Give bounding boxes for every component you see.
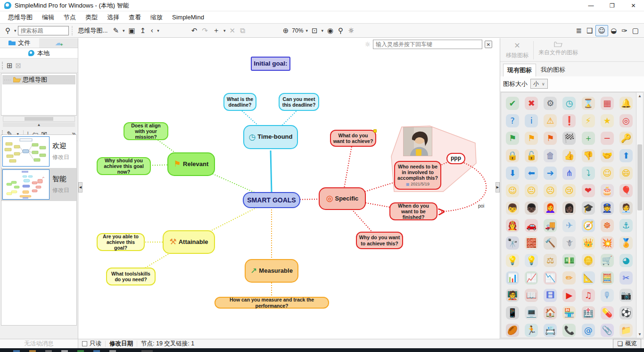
thumbs-up-icon[interactable]: 👍 [560, 147, 578, 164]
scrollbar-thumb[interactable] [637, 144, 642, 210]
fit-screen-icon[interactable]: ⊡ [309, 25, 320, 36]
zoom-dropdown-caret[interactable]: ▾ [304, 28, 309, 33]
calculator-icon[interactable]: 🧮 [598, 269, 617, 286]
boy-face-dark-icon[interactable]: 👦🏿 [522, 199, 541, 217]
chart-up-icon[interactable]: 📈 [522, 269, 541, 286]
node-what-tools-skills[interactable]: What tools/skills do you need? [106, 268, 156, 285]
node-why-should-you[interactable]: Why should you achieve this goal now? [97, 157, 151, 175]
coins-icon[interactable]: 🪙 [579, 251, 598, 269]
runner-icon[interactable]: 🏃 [522, 321, 541, 338]
add-node-dropdown-caret[interactable]: ▾ [222, 28, 227, 33]
mindmap-canvas[interactable]: Initial goal:What is the deadline?Can yo… [78, 38, 500, 339]
anchor-icon[interactable]: ⚓ [617, 217, 636, 234]
save-icon[interactable]: ▣ [126, 25, 137, 36]
shopping-cart-icon[interactable]: 🛒 [598, 251, 617, 269]
node-specific[interactable]: ◎Specific [319, 187, 366, 210]
at-sign-icon[interactable]: @ [579, 321, 598, 338]
thumbs-down-icon[interactable]: 👎 [579, 147, 598, 164]
laughing-face-icon[interactable]: 😄 [617, 164, 636, 182]
laptop-icon[interactable]: 💻 [522, 304, 541, 321]
menu-item-6[interactable]: 查看 [124, 12, 145, 23]
menu-item-4[interactable]: 类型 [81, 12, 102, 23]
redo-icon[interactable]: ↷ [199, 25, 210, 36]
document-item-welcome[interactable]: 欢迎 修改日 [1, 135, 76, 168]
question-mark-icon[interactable]: ? [503, 112, 522, 129]
businessman-icon[interactable]: 🧑‍💼 [617, 199, 636, 217]
tab-cloud[interactable]: ☁＋ [39, 38, 78, 48]
smiley-icon[interactable]: ☺ [598, 164, 617, 182]
node-time-bound[interactable]: ◷Time-bound [243, 125, 298, 149]
chart-down-icon[interactable]: 📉 [541, 269, 560, 286]
scroll-down-icon[interactable]: ▼ [636, 331, 643, 338]
readonly-checkbox[interactable] [82, 341, 87, 346]
node-initial-goal[interactable]: Initial goal: [251, 57, 290, 71]
node-can-you-meet-this-deadline[interactable]: Can you meet this deadline? [279, 93, 319, 111]
split-arrows-icon[interactable]: ⋔ [560, 164, 578, 182]
phone-receiver-icon[interactable]: 📞 [560, 321, 578, 338]
presentation-icon[interactable]: ▢ [630, 25, 641, 36]
bell-icon[interactable]: 🔔 [617, 94, 636, 112]
tab-files[interactable]: 文件 [0, 38, 39, 48]
pie-chart-icon[interactable]: ◕ [617, 251, 636, 269]
scales-icon[interactable]: ⚖ [541, 251, 560, 269]
menu-item-7[interactable]: 缩放 [146, 12, 167, 23]
edit-dropdown-caret[interactable]: ▾ [121, 28, 126, 33]
calendar-icon[interactable]: ▦ [598, 94, 617, 112]
arrow-down-icon[interactable]: ⬇ [503, 164, 522, 182]
pencil-and-ruler-icon[interactable]: 📐 [579, 269, 598, 286]
tab-my-icons[interactable]: 我的图标 [537, 64, 569, 76]
tree-collapse-button[interactable]: ▲ [3, 122, 75, 127]
tab-existing-icons[interactable]: 现有图标 [503, 64, 536, 76]
checkered-flag-icon[interactable]: 🏁 [560, 129, 578, 147]
focus-icon[interactable]: ◉ [325, 25, 336, 36]
lock-icon[interactable]: 🔒 [503, 147, 522, 164]
share-icon[interactable]: ↥ [138, 25, 149, 36]
explosion-icon[interactable]: 💥 [598, 234, 617, 251]
heart-icon[interactable]: ❤ [579, 182, 598, 199]
crosslink-label[interactable]: poi [478, 203, 484, 209]
tree-horizontal-scrollbar[interactable] [3, 116, 75, 122]
lightbulb-off-icon[interactable]: 💡 [522, 251, 541, 269]
youtube-play-icon[interactable]: ▶ [560, 286, 578, 304]
graduation-cap-icon[interactable]: 🎓 [579, 199, 598, 217]
delete-folder-icon[interactable]: ⊠ [16, 61, 22, 70]
node-are-you-able[interactable]: Are you able to achieve this goal? [97, 233, 145, 251]
menu-item-1[interactable]: 思维导图 [4, 12, 37, 23]
crown-icon[interactable]: 👑 [579, 234, 598, 251]
right-panel-collapse-handle[interactable]: ▶ [495, 182, 500, 193]
balloon-icon[interactable]: 🎈 [617, 182, 636, 199]
medal-icon[interactable]: 🏅 [617, 234, 636, 251]
menu-item-8[interactable]: SimpleMind [168, 12, 208, 22]
hammer-icon[interactable]: 🔨 [541, 234, 560, 251]
ships-wheel-icon[interactable]: ☸ [598, 217, 617, 234]
emoji-panel-icon[interactable]: ☺ [595, 25, 609, 36]
scissors-icon[interactable]: ✂ [617, 269, 636, 286]
zoom-level[interactable]: 70% [291, 27, 304, 34]
node-photo[interactable] [403, 127, 432, 156]
microphone-icon[interactable]: 🎙 [598, 286, 617, 304]
node-does-it-align[interactable]: Does it align with your mission? [124, 122, 168, 140]
camera-icon[interactable]: 📷 [617, 286, 636, 304]
remove-icon-button[interactable]: ✕ 移除图标 [503, 41, 531, 59]
icon-size-select[interactable]: 小 ∨ [530, 79, 548, 89]
smartphone-icon[interactable]: 📱 [503, 304, 522, 321]
binoculars-icon[interactable]: 🔭 [503, 234, 522, 251]
lightbulb-on-icon[interactable]: 💡 [503, 251, 522, 269]
hospital-icon[interactable]: 🏥 [579, 304, 598, 321]
car-icon[interactable]: 🚗 [522, 217, 541, 234]
node-smart-goals[interactable]: SMART GOALS [243, 192, 300, 208]
house-icon[interactable]: 🏠 [541, 304, 560, 321]
menu-item-2[interactable]: 编辑 [38, 12, 58, 23]
sword-icon[interactable]: 🗡 [560, 234, 578, 251]
wink-face-icon[interactable]: 😉 [503, 182, 522, 199]
back-icon[interactable]: ‹ [148, 25, 156, 36]
overview-button[interactable]: ❏ 概览 [613, 339, 641, 349]
icon-from-file-button[interactable]: 来自文件的图标 [536, 41, 581, 57]
boy-face-icon[interactable]: 👦 [503, 199, 522, 217]
star-icon[interactable]: ★ [598, 112, 617, 129]
soccer-ball-icon[interactable]: ⚽ [617, 304, 636, 321]
handshake-icon[interactable]: 🤝 [598, 147, 617, 164]
edit-icon[interactable]: ✎ [110, 25, 121, 36]
folder-icon[interactable]: 📁 [617, 321, 636, 338]
search-dropdown-caret[interactable]: ▾ [13, 28, 18, 33]
